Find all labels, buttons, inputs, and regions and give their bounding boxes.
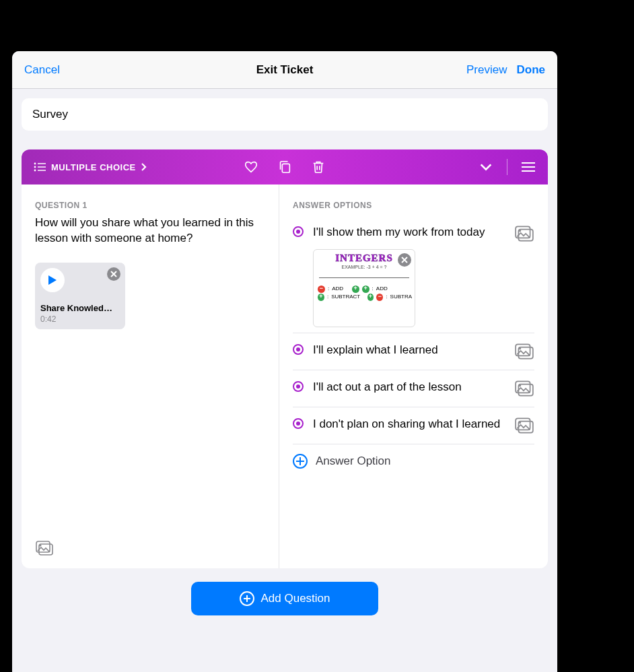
radio-icon bbox=[293, 381, 304, 392]
svg-point-20 bbox=[519, 347, 521, 349]
answer-options-label: ANSWER OPTIONS bbox=[293, 201, 534, 210]
question-header: MULTIPLE CHOICE bbox=[22, 149, 548, 184]
radio-icon bbox=[293, 418, 304, 429]
thumb-legend: −:ADD ++:ADD +:SUBTRACT +−:SUBTRA bbox=[316, 285, 412, 301]
answer-option[interactable]: I'll show them my work from today bbox=[293, 215, 534, 252]
radio-icon bbox=[293, 226, 304, 237]
list-icon bbox=[34, 162, 46, 172]
question-type-button[interactable]: MULTIPLE CHOICE bbox=[34, 162, 147, 172]
svg-point-13 bbox=[40, 545, 42, 547]
nav-bar: Cancel Exit Ticket Preview Done bbox=[12, 51, 557, 89]
add-answer-option-label: Answer Option bbox=[316, 455, 391, 468]
preview-button[interactable]: Preview bbox=[466, 63, 507, 77]
remove-media-button[interactable] bbox=[106, 267, 121, 281]
media-attachment[interactable]: Share Knowled… 0:42 bbox=[35, 263, 125, 329]
answer-image-thumb[interactable]: INTEGERS EXAMPLE: -3 + 4 = ? −:ADD ++:AD… bbox=[313, 249, 415, 327]
svg-point-4 bbox=[34, 170, 36, 172]
header-divider bbox=[507, 159, 507, 175]
duplicate-icon[interactable] bbox=[277, 160, 292, 174]
chevron-down-icon[interactable] bbox=[479, 160, 493, 174]
question-text[interactable]: How will you share what you learned in t… bbox=[35, 215, 265, 246]
answer-option[interactable]: I'll act out a part of the lesson bbox=[293, 370, 534, 407]
answer-text[interactable]: I'll explain what I learned bbox=[313, 343, 507, 358]
svg-rect-6 bbox=[282, 164, 289, 172]
add-media-button[interactable] bbox=[35, 540, 54, 556]
answer-media-button[interactable] bbox=[514, 343, 534, 360]
svg-point-2 bbox=[34, 166, 36, 168]
svg-point-23 bbox=[519, 384, 521, 387]
add-question-button[interactable]: Add Question bbox=[191, 582, 378, 615]
play-icon bbox=[48, 275, 57, 285]
grip-icon[interactable] bbox=[521, 160, 536, 174]
answer-option[interactable]: I'll explain what I learned bbox=[293, 333, 534, 370]
radio-icon bbox=[293, 344, 304, 355]
answer-text[interactable]: I'll show them my work from today bbox=[313, 225, 507, 240]
remove-image-button[interactable] bbox=[397, 253, 412, 267]
answer-text[interactable]: I'll act out a part of the lesson bbox=[313, 380, 507, 395]
media-duration: 0:42 bbox=[40, 314, 120, 324]
cancel-button[interactable]: Cancel bbox=[24, 63, 60, 77]
answer-media-button[interactable] bbox=[514, 225, 534, 242]
question-type-label: MULTIPLE CHOICE bbox=[51, 162, 136, 172]
play-button[interactable] bbox=[40, 268, 65, 292]
answer-text[interactable]: I don't plan on sharing what I learned bbox=[313, 417, 507, 432]
heart-icon[interactable] bbox=[244, 160, 258, 174]
survey-title-field[interactable]: Survey bbox=[22, 98, 548, 131]
svg-point-26 bbox=[519, 422, 521, 424]
done-button[interactable]: Done bbox=[517, 63, 546, 77]
plus-circle-icon bbox=[239, 591, 255, 607]
thumb-number-line bbox=[316, 272, 412, 283]
chevron-right-icon bbox=[141, 163, 147, 171]
svg-point-0 bbox=[34, 163, 36, 165]
editor-sheet: Cancel Exit Ticket Preview Done Survey bbox=[12, 51, 557, 672]
plus-icon bbox=[293, 454, 308, 469]
question-number-label: QUESTION 1 bbox=[35, 201, 265, 210]
add-question-label: Add Question bbox=[260, 592, 330, 605]
answer-media-button[interactable] bbox=[514, 417, 534, 434]
question-card: MULTIPLE CHOICE bbox=[22, 149, 548, 568]
add-answer-option-button[interactable]: Answer Option bbox=[293, 444, 534, 478]
trash-icon[interactable] bbox=[311, 160, 326, 174]
answer-option[interactable]: I don't plan on sharing what I learned bbox=[293, 407, 534, 444]
media-title: Share Knowled… bbox=[40, 303, 120, 313]
sheet-title: Exit Ticket bbox=[256, 63, 314, 77]
svg-point-16 bbox=[519, 230, 521, 232]
answer-media-button[interactable] bbox=[514, 380, 534, 397]
